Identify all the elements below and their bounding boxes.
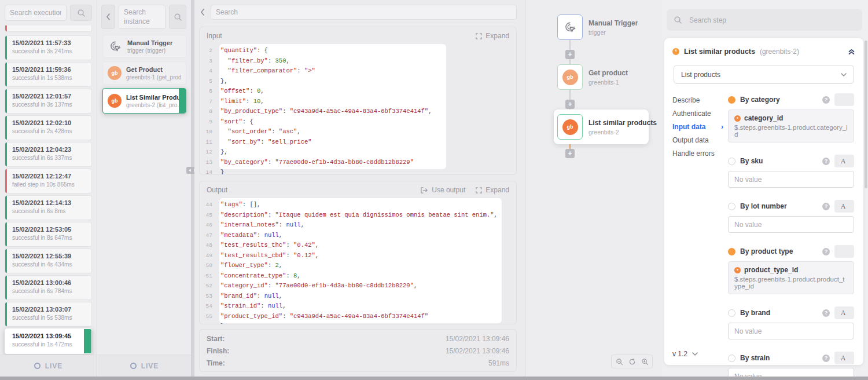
scrollbar-thumb[interactable] (865, 41, 867, 188)
chevron-left-icon[interactable] (200, 9, 205, 16)
line-number: 47 (200, 231, 216, 241)
field-radio[interactable] (728, 355, 735, 362)
field-type-selector[interactable]: A (834, 306, 854, 319)
execution-list-item[interactable]: 15/02/2021 11:57:33 successful in 3s 241… (5, 35, 92, 60)
version-selector[interactable]: v 1.2 (672, 350, 698, 358)
reset-view-button[interactable] (627, 357, 637, 366)
workflow-canvas[interactable]: Manual Trigger trigger Get product green… (526, 0, 662, 377)
instance-live-footer[interactable]: LIVE (98, 355, 191, 377)
collapse-card-button[interactable] (848, 49, 855, 55)
execution-list-item[interactable]: 15/02/2021 12:01:57 successful in 3s 137… (5, 89, 92, 114)
search-executions-button[interactable] (70, 5, 92, 21)
text-type-icon: A (841, 202, 846, 211)
config-tab-list: Describe › Authenticate › Input data › O… (664, 93, 723, 380)
execution-list-item[interactable]: 15/02/2021 11:59:36 successful in 1s 538… (5, 62, 92, 87)
execution-list-item[interactable]: 15/02/2021 13:09:45 successful in 1s 472… (5, 328, 92, 354)
field-radio[interactable] (728, 158, 735, 165)
field-type-selector[interactable]: A (834, 245, 854, 258)
line-text: } (216, 167, 224, 175)
help-icon[interactable] (822, 96, 830, 104)
field-radio[interactable] (728, 203, 735, 210)
execution-list-item[interactable]: 15/02/2021 12:55:39 successful in 4s 434… (5, 249, 92, 273)
search-step-input[interactable] (688, 16, 855, 25)
field-type-selector[interactable]: A (834, 352, 854, 364)
workflow-node[interactable]: Get product greenbits-1 (557, 64, 628, 90)
action-select[interactable]: List products (674, 65, 854, 84)
input-json-code[interactable]: 2 "quantity": { 3 "filter_by": 350, 4 "f… (200, 46, 516, 175)
input-section-title: Input (207, 32, 222, 40)
greenbits-logo-icon (108, 66, 122, 80)
field-value-input[interactable] (728, 216, 854, 233)
executions-live-footer[interactable]: LIVE (0, 355, 97, 377)
expand-output-button[interactable]: Expand (476, 186, 509, 194)
field-label: By category (740, 96, 818, 104)
execution-date: 15/02/2021 13:09:45 (12, 332, 87, 339)
search-instance-button[interactable] (169, 5, 186, 29)
line-number: 10 (200, 127, 216, 137)
help-icon[interactable] (822, 248, 830, 255)
help-icon[interactable] (822, 309, 830, 317)
execution-date: 15/02/2021 12:14:13 (12, 199, 87, 206)
code-line: 46 "internal_notes": null, (200, 220, 516, 231)
execution-date: 15/02/2021 12:04:23 (12, 146, 87, 153)
search-step-bar[interactable] (667, 9, 862, 31)
config-tab[interactable]: Input data › (672, 120, 723, 133)
search-instance-input[interactable]: Search instance (119, 5, 165, 29)
execution-status: successful in 4s 434ms (12, 261, 87, 268)
search-executions-input[interactable] (5, 5, 67, 21)
help-icon[interactable] (822, 158, 830, 165)
config-tab[interactable]: Handle errors › (672, 147, 723, 160)
zoom-out-button[interactable] (615, 357, 624, 366)
instance-step-item[interactable]: Manual Trigger trigger (trigger) (102, 35, 186, 58)
expand-input-button[interactable]: Expand (476, 32, 509, 40)
mapped-value-name: category_id (744, 114, 783, 122)
collapse-panel-button[interactable] (101, 5, 115, 29)
instance-step-item[interactable]: Get Product greenbits-1 (get_produc... (102, 61, 186, 85)
execution-list-item[interactable]: 15/02/2021 12:12:47 failed step in 10s 8… (5, 169, 92, 193)
add-step-button[interactable] (565, 100, 575, 109)
field-type-selector[interactable]: A (834, 155, 854, 167)
code-line: 7 "limit": 10, (200, 97, 516, 107)
step-subtitle: greenbits-1 (get_produc... (126, 74, 181, 81)
config-tab[interactable]: Describe › (672, 93, 723, 107)
workflow-node[interactable]: List similar products greenbits-2 (557, 114, 657, 140)
execution-list-item[interactable]: 15/02/2021 12:02:10 successful in 2s 428… (5, 115, 92, 140)
use-output-button[interactable]: Use output (421, 186, 465, 194)
field-mapped-chip[interactable]: product_type_id $.steps.greenbits-1.prod… (728, 261, 854, 294)
line-text: "description": "Itaque quidem est quia d… (216, 210, 498, 221)
execution-list-item[interactable]: 15/02/2021 12:04:23 successful in 6s 337… (5, 142, 92, 167)
execution-list-item[interactable]: 15/02/2021 13:00:46 successful in 6s 784… (5, 275, 92, 300)
config-tab[interactable]: Authenticate › (672, 107, 723, 120)
workflow-node[interactable]: Manual Trigger trigger (557, 14, 638, 40)
execution-list-item[interactable]: 15/02/2021 13:03:07 successful in 5s 538… (5, 302, 92, 327)
search-detail-input[interactable] (211, 5, 517, 20)
config-tab[interactable]: Output data › (672, 133, 723, 147)
execution-list-item[interactable]: 15/02/2021 12:14:13 successful in 6s 8ms (5, 195, 92, 220)
zoom-in-button[interactable] (640, 357, 649, 366)
field-mapped-chip[interactable]: category_id $.steps.greenbits-1.product.… (728, 109, 854, 142)
executions-list[interactable]: 15/02/2021 11:57:33 successful in 3s 241… (0, 25, 97, 355)
field-value-input[interactable] (728, 323, 854, 339)
line-number: 50 (200, 261, 216, 271)
code-line: 12 }, (200, 147, 516, 158)
help-icon[interactable] (822, 203, 830, 210)
execution-list-item[interactable]: 15/02/2021 12:53:05 successful in 8s 647… (5, 222, 92, 247)
add-step-button[interactable] (565, 149, 575, 158)
step-config-instance: (greenbits-2) (760, 48, 799, 56)
execution-list-item-partial[interactable] (5, 25, 92, 32)
refresh-icon (628, 358, 636, 366)
zoom-in-icon (641, 358, 649, 366)
help-icon[interactable] (822, 355, 830, 362)
field-value-input[interactable] (728, 171, 854, 188)
field-type-selector[interactable]: A (834, 93, 854, 106)
output-json-code[interactable]: 44 "tags": [], 45 "description": "Itaque… (200, 200, 516, 324)
field-type-selector[interactable]: A (834, 200, 854, 213)
code-line: 9 "sort": { (200, 117, 516, 127)
use-output-icon (421, 187, 428, 193)
field-radio[interactable] (728, 248, 735, 255)
field-radio[interactable] (728, 309, 735, 317)
instance-step-item[interactable]: List Similar Produ... greenbits-2 (list_… (102, 88, 186, 114)
line-number: 14 (200, 167, 216, 175)
add-step-button[interactable] (565, 50, 575, 59)
field-radio[interactable] (728, 96, 735, 104)
